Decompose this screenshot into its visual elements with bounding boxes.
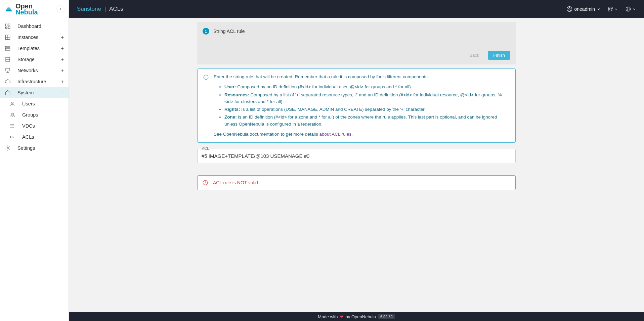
svg-rect-29 — [608, 7, 610, 9]
sidebar-item-networks[interactable]: Networks + — [0, 65, 69, 76]
sidebar-item-templates[interactable]: Templates + — [0, 43, 69, 54]
sidebar-item-settings[interactable]: Settings — [0, 142, 69, 153]
acl-input[interactable] — [197, 149, 516, 163]
info-icon — [203, 74, 209, 138]
svg-rect-2 — [8, 26, 10, 29]
sidebar-collapse-button[interactable] — [56, 5, 65, 13]
opennebula-logo-icon — [4, 4, 13, 14]
sidebar-item-storage[interactable]: Storage + — [0, 54, 69, 65]
sidebar-item-label: Users — [22, 101, 64, 106]
chevron-left-icon — [59, 7, 62, 11]
sidebar-item-label: Templates — [17, 46, 54, 51]
svg-rect-11 — [6, 68, 10, 71]
svg-rect-31 — [608, 9, 610, 11]
svg-rect-1 — [8, 24, 10, 25]
network-icon — [5, 67, 11, 74]
svg-rect-7 — [5, 46, 10, 47]
plus-icon: + — [61, 68, 64, 73]
topbar-right: oneadmin — [566, 6, 636, 12]
globe-icon — [625, 6, 631, 12]
acl-field-label: ACL — [201, 146, 210, 150]
svg-rect-3 — [5, 27, 7, 29]
sidebar-item-label: Settings — [17, 145, 64, 151]
svg-point-20 — [10, 124, 11, 125]
key-icon — [9, 134, 15, 140]
svg-point-39 — [206, 76, 206, 77]
plus-icon: + — [61, 35, 64, 40]
templates-icon — [5, 45, 11, 51]
info-item-user: User: Composed by an ID definition (#<id… — [224, 84, 510, 90]
sidebar-item-label: VDCs — [22, 123, 64, 129]
app-name[interactable]: Sunstone — [77, 6, 101, 12]
user-circle-icon — [566, 6, 572, 12]
info-item-resources: Resources: Composed by a list of '+' sep… — [224, 92, 510, 105]
about-acl-link[interactable]: about ACL rules. — [319, 132, 352, 137]
sidebar-item-acls[interactable]: ACLs — [0, 131, 69, 142]
info-item-rights: Rights: Is a list of operations (USE, MA… — [224, 106, 510, 113]
sidebar-item-label: Groups — [22, 112, 64, 118]
svg-point-16 — [13, 113, 14, 114]
sidebar-item-users[interactable]: Users — [0, 98, 69, 109]
sidebar-item-label: Infrastructure — [17, 79, 54, 84]
footer: Made with ❤ by OpenNebula 6.99.80 — [69, 312, 644, 321]
info-box: Enter the string rule that will be creat… — [197, 68, 516, 143]
grid-icon — [5, 34, 11, 40]
group-icon — [9, 112, 15, 118]
error-message: ACL rule is NOT valid — [213, 180, 258, 185]
svg-rect-8 — [5, 48, 10, 50]
back-button[interactable]: Back — [464, 51, 484, 60]
step-label: String ACL rule — [213, 29, 245, 34]
info-item-zone: Zone: is an ID definition (#<id> for a z… — [224, 114, 510, 128]
sidebar-item-label: Networks — [17, 68, 54, 73]
svg-point-14 — [11, 102, 13, 103]
logo-area: OpenNebula — [0, 0, 69, 18]
wizard-header: 1 String ACL rule Back Finish — [197, 22, 516, 64]
topbar: Sunstone | ACLs oneadmin — [69, 0, 644, 18]
user-icon — [9, 101, 15, 107]
footer-made: Made with — [318, 314, 338, 319]
chevron-down-icon — [597, 7, 600, 11]
svg-rect-30 — [611, 7, 612, 9]
step-number: 1 — [203, 28, 209, 35]
acl-field-wrap: ACL — [197, 149, 516, 163]
home-icon — [5, 90, 11, 96]
sidebar: OpenNebula Dashboard Instances + Templat… — [0, 0, 69, 321]
main: Sunstone | ACLs oneadmin — [69, 0, 644, 321]
logo-text: OpenNebula — [15, 3, 38, 15]
minus-icon: − — [61, 90, 64, 95]
sidebar-item-infrastructure[interactable]: Infrastructure + — [0, 76, 69, 87]
svg-point-26 — [7, 147, 9, 149]
chevron-down-icon — [614, 7, 618, 11]
info-intro: Enter the string rule that will be creat… — [214, 74, 510, 80]
list-icon — [9, 123, 15, 129]
sidebar-item-instances[interactable]: Instances + — [0, 32, 69, 43]
apps-menu[interactable] — [608, 6, 618, 12]
sidebar-item-label: ACLs — [22, 134, 64, 140]
sidebar-item-dashboard[interactable]: Dashboard — [0, 20, 69, 32]
svg-point-42 — [205, 184, 206, 184]
logo: OpenNebula — [4, 3, 38, 15]
sidebar-item-label: Instances — [17, 35, 54, 40]
error-icon — [202, 180, 208, 186]
sidebar-item-system[interactable]: System − — [0, 87, 69, 98]
sidebar-item-vdcs[interactable]: VDCs — [0, 120, 69, 131]
step-row: 1 String ACL rule — [203, 28, 510, 35]
footer-by: by OpenNebula — [346, 314, 376, 319]
zone-menu[interactable] — [625, 6, 636, 12]
plus-icon: + — [61, 46, 64, 51]
svg-rect-0 — [5, 24, 7, 26]
svg-point-22 — [10, 127, 11, 127]
finish-button[interactable]: Finish — [488, 51, 510, 60]
user-menu[interactable]: oneadmin — [566, 6, 601, 12]
sidebar-item-groups[interactable]: Groups — [0, 109, 69, 120]
svg-point-15 — [11, 113, 12, 114]
nav: Dashboard Instances + Templates + Storag… — [0, 18, 69, 153]
plus-icon: + — [61, 79, 64, 84]
storage-icon — [5, 56, 11, 62]
footer-version: 6.99.80 — [378, 314, 395, 319]
svg-point-23 — [10, 136, 12, 138]
sidebar-item-label: Dashboard — [17, 24, 64, 29]
gear-icon — [5, 145, 11, 151]
error-box: ACL rule is NOT valid — [197, 175, 516, 190]
sidebar-item-label: System — [17, 90, 54, 95]
